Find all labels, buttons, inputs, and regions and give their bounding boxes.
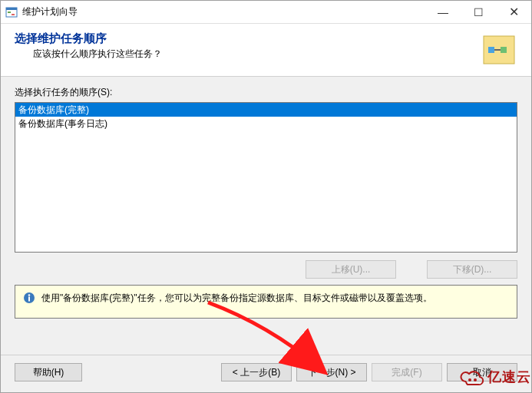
window-controls: — ☐ ✕: [425, 1, 531, 23]
maximize-button[interactable]: ☐: [461, 1, 496, 23]
titlebar: 维护计划向导 — ☐ ✕: [1, 1, 531, 24]
page-title: 选择维护任务顺序: [15, 31, 477, 46]
list-item[interactable]: 备份数据库(完整): [15, 103, 517, 117]
back-button[interactable]: < 上一步(B): [221, 363, 292, 381]
close-button[interactable]: ✕: [496, 1, 531, 23]
wizard-header: 选择维护任务顺序 应该按什么顺序执行这些任务？: [1, 24, 531, 77]
task-order-listbox[interactable]: 备份数据库(完整) 备份数据库(事务日志): [15, 102, 517, 253]
info-icon: [23, 292, 35, 304]
watermark: 亿速云: [460, 366, 531, 388]
svg-rect-5: [488, 47, 494, 53]
info-panel: 使用"备份数据库(完整)"任务，您可以为完整备份指定源数据库、目标文件或磁带以及…: [15, 285, 517, 319]
svg-point-11: [468, 378, 471, 381]
move-up-button[interactable]: 上移(U)...: [306, 260, 396, 279]
move-buttons-row: 上移(U)... 下移(D)...: [15, 260, 517, 279]
svg-rect-6: [501, 47, 507, 53]
svg-rect-2: [8, 12, 11, 13]
wizard-window: 维护计划向导 — ☐ ✕ 选择维护任务顺序 应该按什么顺序执行这些任务？ 选择执…: [0, 0, 532, 393]
watermark-logo-icon: [460, 366, 484, 388]
wizard-footer: 帮助(H) < 上一步(B) 下一步(N) > 完成(F) 取消: [1, 355, 531, 392]
svg-rect-10: [28, 297, 30, 302]
window-title: 维护计划向导: [22, 5, 425, 18]
minimize-button[interactable]: —: [425, 1, 461, 23]
move-down-button[interactable]: 下移(D)...: [427, 260, 517, 279]
next-button[interactable]: 下一步(N) >: [296, 363, 367, 381]
svg-point-12: [474, 378, 477, 381]
app-icon: [5, 6, 18, 18]
svg-point-9: [28, 294, 31, 296]
list-item[interactable]: 备份数据库(事务日志): [15, 117, 517, 130]
info-text: 使用"备份数据库(完整)"任务，您可以为完整备份指定源数据库、目标文件或磁带以及…: [41, 292, 432, 305]
watermark-text: 亿速云: [487, 368, 531, 386]
content-area: 选择执行任务的顺序(S): 备份数据库(完整) 备份数据库(事务日志) 上移(U…: [1, 77, 531, 344]
list-label: 选择执行任务的顺序(S):: [15, 86, 517, 99]
header-text: 选择维护任务顺序 应该按什么顺序执行这些任务？: [15, 31, 477, 68]
header-decoration-icon: [477, 31, 517, 68]
page-subtitle: 应该按什么顺序执行这些任务？: [33, 48, 477, 61]
help-button[interactable]: 帮助(H): [15, 363, 82, 381]
svg-rect-3: [12, 14, 15, 15]
finish-button[interactable]: 完成(F): [372, 363, 442, 381]
svg-rect-1: [6, 8, 17, 10]
